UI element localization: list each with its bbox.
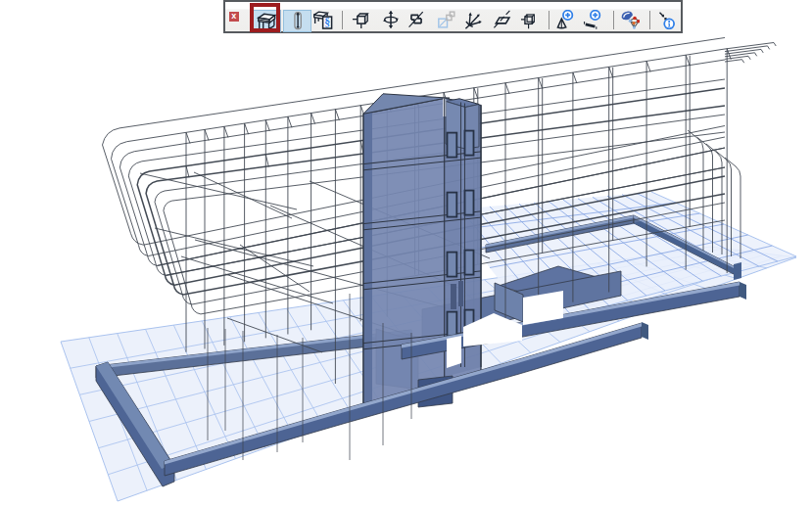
svg-text:§: § bbox=[324, 17, 330, 29]
